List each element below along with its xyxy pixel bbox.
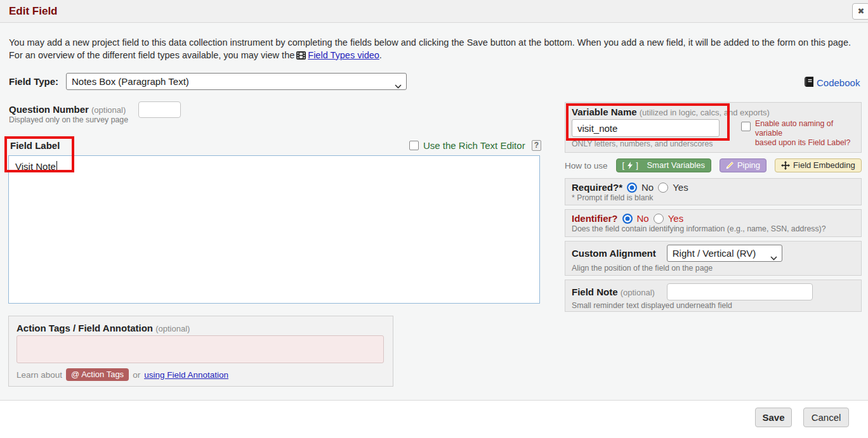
required-yes-label: Yes — [673, 182, 688, 193]
variable-name-section: Variable Name (utilized in logic, calcs,… — [565, 102, 862, 153]
field-type-select[interactable]: Notes Box (Paragraph Text) — [66, 73, 407, 90]
action-tags-section: Action Tags / Field Annotation (optional… — [8, 316, 393, 387]
identifier-yes-label: Yes — [668, 213, 683, 224]
cancel-button[interactable]: Cancel — [803, 408, 849, 427]
field-note-label: Field Note (optional) — [572, 287, 655, 297]
field-note-input[interactable] — [667, 283, 813, 300]
custom-alignment-help: Align the position of the field on the p… — [565, 263, 861, 273]
custom-alignment-select[interactable]: Right / Vertical (RV) — [667, 245, 782, 262]
or-text: or — [133, 370, 140, 380]
action-tags-chip[interactable]: @ Action Tags — [66, 368, 129, 381]
field-type-label: Field Type: — [9, 76, 58, 87]
save-button[interactable]: Save — [755, 408, 792, 427]
codebook-link[interactable]: Codebook — [805, 77, 860, 89]
field-types-video-link[interactable]: Field Types video — [308, 50, 379, 60]
custom-alignment-label: Custom Alignment — [572, 248, 656, 259]
field-note-optional: (optional) — [621, 288, 655, 297]
how-to-use-label: How to use — [565, 161, 608, 171]
field-type-selected-value: Notes Box (Paragraph Text) — [72, 76, 189, 87]
identifier-no-radio[interactable] — [622, 214, 633, 224]
action-tags-textarea[interactable] — [16, 335, 384, 363]
codebook-label: Codebook — [817, 77, 860, 88]
question-number-help: Displayed only on the survey page — [9, 115, 128, 124]
identifier-label: Identifier? — [572, 213, 618, 224]
field-label-value: Visit Note — [15, 161, 56, 172]
rich-text-editor-label: Use the Rich Text Editor — [423, 140, 525, 151]
required-section: Required?* No Yes * Prompt if field is b… — [565, 178, 862, 205]
field-annotation-link[interactable]: using Field Annotation — [144, 370, 228, 380]
question-number-input[interactable] — [138, 101, 181, 118]
identifier-no-label: No — [637, 213, 649, 224]
field-label-heading: Field Label — [10, 140, 60, 151]
required-label: Required?* — [572, 182, 622, 193]
custom-alignment-selected-value: Right / Vertical (RV) — [673, 248, 756, 259]
required-yes-radio[interactable] — [658, 183, 668, 193]
variable-name-hint: (utilized in logic, calcs, and exports) — [640, 108, 770, 117]
book-icon — [805, 77, 813, 89]
dialog-title: Edit Field — [9, 5, 58, 18]
dialog-footer: Save Cancel — [0, 400, 868, 438]
variable-name-rule: ONLY letters, numbers, and underscores — [572, 139, 713, 148]
auto-naming-label: Enable auto naming of variablebased upon… — [755, 119, 859, 148]
piping-button[interactable]: Piping — [720, 158, 766, 172]
custom-alignment-section: Custom Alignment Right / Vertical (RV) A… — [565, 241, 862, 276]
question-number-optional: (optional) — [91, 105, 126, 115]
intro-suffix: . — [379, 50, 382, 60]
dialog-header: Edit Field ✖ — [0, 0, 868, 23]
action-tags-learn-row: Learn about @ Action Tags or using Field… — [16, 368, 228, 381]
identifier-help: Does the field contain identifying infor… — [565, 224, 861, 233]
required-no-label: No — [641, 182, 654, 193]
help-icon[interactable]: ? — [532, 140, 541, 151]
variable-name-input[interactable] — [572, 119, 720, 137]
paintbrush-icon — [726, 161, 734, 169]
edit-field-dialog: Edit Field ✖ You may add a new project f… — [0, 0, 868, 438]
required-no-radio[interactable] — [627, 183, 637, 193]
required-help: * Prompt if field is blank — [565, 193, 861, 202]
close-icon[interactable]: ✖ — [852, 3, 868, 20]
action-tags-label: Action Tags / Field Annotation (optional… — [16, 323, 190, 333]
rich-text-editor-checkbox[interactable] — [409, 141, 419, 150]
smart-variables-button[interactable]: [] Smart Variables — [616, 158, 711, 172]
identifier-section: Identifier? No Yes Does the field contai… — [565, 209, 862, 237]
identifier-yes-radio[interactable] — [654, 214, 664, 224]
auto-naming-checkbox[interactable] — [741, 122, 751, 131]
text-cursor — [56, 161, 58, 172]
learn-about-text: Learn about — [16, 370, 62, 380]
chevron-down-icon — [395, 80, 402, 91]
field-label-textarea[interactable]: Visit Note — [8, 155, 540, 304]
chevron-down-icon — [770, 252, 777, 262]
intro-text: You may add a new project field to this … — [9, 36, 860, 63]
field-note-section: Field Note (optional) Small reminder tex… — [565, 280, 862, 312]
move-icon — [781, 161, 790, 170]
film-icon — [296, 50, 306, 63]
action-tags-optional: (optional) — [155, 324, 190, 333]
variable-name-label: Variable Name (utilized in logic, calcs,… — [572, 106, 770, 117]
how-to-use-row: How to use [] Smart Variables Piping Fie… — [565, 158, 862, 172]
intro-body: You may add a new project field to this … — [9, 37, 851, 60]
field-note-help: Small reminder text displayed underneath… — [565, 300, 861, 310]
question-number-label: Question Number (optional) — [9, 104, 126, 115]
lightning-icon — [628, 162, 633, 169]
field-embedding-button[interactable]: Field Embedding — [775, 158, 862, 172]
